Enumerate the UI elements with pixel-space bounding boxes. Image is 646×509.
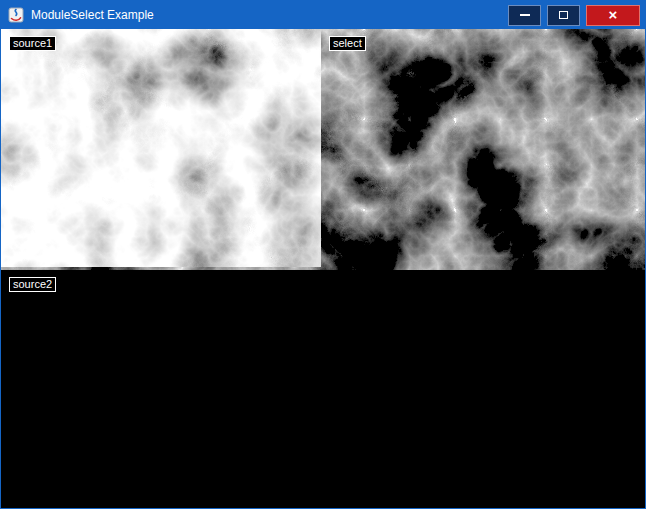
titlebar[interactable]: ModuleSelect Example × (1, 1, 645, 29)
app-window: ModuleSelect Example × (0, 0, 646, 509)
source1-label: source1 (9, 36, 56, 51)
close-icon: × (609, 7, 618, 22)
minimize-icon (520, 14, 530, 16)
select-label: select (329, 36, 366, 51)
close-button[interactable]: × (586, 5, 640, 26)
source1-noise-image (1, 29, 321, 267)
maximize-button[interactable] (547, 5, 580, 26)
maximize-icon (559, 11, 568, 19)
minimize-button[interactable] (508, 5, 541, 26)
source2-label: source2 (9, 277, 56, 292)
java-icon (8, 7, 24, 23)
window-title: ModuleSelect Example (31, 8, 154, 22)
window-controls: × (508, 5, 645, 26)
render-canvas: source1 select source2 (1, 29, 645, 508)
